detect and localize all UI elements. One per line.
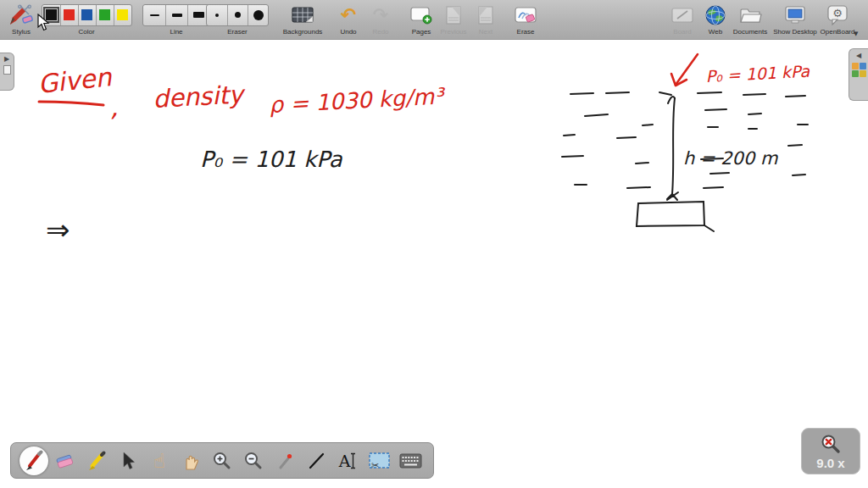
eraser-group: Eraser bbox=[206, 3, 269, 36]
web-label: Web bbox=[709, 28, 722, 36]
show-desktop-label: Show Desktop bbox=[773, 28, 817, 36]
pointing-hand-icon: ☝ bbox=[153, 450, 165, 472]
backgrounds-icon bbox=[291, 3, 314, 26]
svg-text:⚙: ⚙ bbox=[832, 7, 843, 19]
eraser-large-button[interactable] bbox=[248, 5, 268, 25]
line-icon bbox=[306, 451, 326, 471]
color-label: Color bbox=[78, 28, 94, 36]
redo-label: Redo bbox=[372, 28, 388, 36]
highlighter-tool[interactable] bbox=[82, 446, 111, 475]
play-interact-tool[interactable]: ☝ bbox=[145, 446, 174, 475]
left-tab-page-icon bbox=[3, 65, 11, 75]
next-page-button[interactable]: Next bbox=[468, 3, 504, 36]
whiteboard-canvas[interactable] bbox=[0, 41, 868, 488]
text-tool-a-icon: A bbox=[339, 452, 351, 470]
zoom-out-icon bbox=[243, 451, 264, 471]
previous-page-icon bbox=[444, 3, 463, 26]
erase-page-button[interactable]: Erase bbox=[506, 3, 545, 36]
library-mini-icons bbox=[852, 63, 866, 77]
color-swatch-yellow[interactable] bbox=[114, 5, 131, 25]
pages-icon bbox=[409, 3, 433, 26]
next-page-icon bbox=[476, 3, 495, 26]
zoom-cancel-icon bbox=[820, 433, 842, 455]
laser-pointer-icon bbox=[275, 451, 295, 471]
line-thin-button[interactable] bbox=[143, 5, 165, 25]
undo-button[interactable]: ↶ Undo bbox=[331, 3, 365, 36]
color-swatch-green[interactable] bbox=[96, 5, 114, 25]
line-tool[interactable] bbox=[302, 446, 331, 475]
backgrounds-button[interactable]: Backgrounds bbox=[275, 3, 331, 36]
zoom-in-tool[interactable] bbox=[208, 446, 236, 475]
pen-icon bbox=[23, 450, 45, 472]
capture-icon: ✂ bbox=[368, 452, 391, 470]
board-mode-icon bbox=[670, 3, 694, 26]
documents-folder-icon bbox=[738, 3, 762, 26]
zoom-reset-button[interactable]: 9.0 x bbox=[801, 428, 860, 474]
eraser-icon bbox=[54, 450, 76, 472]
selector-tool[interactable] bbox=[114, 446, 142, 475]
backgrounds-label: Backgrounds bbox=[283, 28, 323, 36]
erase-label: Erase bbox=[517, 28, 535, 36]
board-mode-button[interactable]: Board bbox=[663, 3, 702, 36]
right-tab-arrow-icon: ◀ bbox=[856, 53, 861, 59]
highlighter-icon bbox=[86, 450, 108, 472]
stylus-label: Stylus bbox=[12, 28, 31, 36]
erase-page-icon bbox=[514, 3, 537, 26]
next-label: Next bbox=[479, 28, 492, 36]
openboard-window: Stylus bbox=[0, 0, 868, 488]
text-cursor-icon bbox=[350, 452, 356, 469]
openboard-label: OpenBoard bbox=[821, 28, 855, 36]
openboard-menu-dropdown-icon[interactable]: ▼ bbox=[854, 30, 858, 37]
capture-tool[interactable]: ✂ bbox=[364, 446, 393, 475]
zoom-level-value: 9.0 x bbox=[816, 456, 844, 470]
line-medium-button[interactable] bbox=[165, 5, 187, 25]
documents-label: Documents bbox=[733, 28, 767, 36]
zoom-out-tool[interactable] bbox=[239, 446, 268, 475]
color-group: Color bbox=[40, 3, 133, 36]
swatch-yellow bbox=[117, 9, 128, 20]
redo-button[interactable]: ↷ Redo bbox=[364, 3, 398, 36]
color-swatch-blue[interactable] bbox=[78, 5, 96, 25]
svg-text:✂: ✂ bbox=[371, 460, 379, 470]
pen-tool[interactable] bbox=[19, 446, 48, 475]
swatch-blue bbox=[81, 9, 92, 20]
virtual-keyboard-tool[interactable] bbox=[396, 446, 425, 475]
open-hand-icon bbox=[181, 451, 201, 471]
eraser-small-button[interactable] bbox=[207, 5, 227, 25]
stylus-icon bbox=[8, 3, 34, 26]
show-desktop-icon bbox=[783, 3, 807, 26]
swatch-red bbox=[64, 9, 75, 20]
laser-pointer-tool[interactable] bbox=[270, 446, 299, 475]
openboard-gear-icon: ⚙ bbox=[826, 3, 849, 26]
left-tab-arrow-icon: ▶ bbox=[4, 56, 9, 63]
line-group: Line bbox=[141, 3, 212, 36]
pages-label: Pages bbox=[412, 28, 431, 36]
eraser-label: Eraser bbox=[227, 28, 248, 36]
text-tool[interactable]: A bbox=[333, 446, 362, 475]
hand-pan-tool[interactable] bbox=[176, 446, 205, 475]
redo-icon: ↷ bbox=[373, 6, 388, 25]
top-toolbar: Stylus bbox=[0, 0, 868, 40]
keyboard-icon bbox=[399, 453, 422, 469]
selector-arrow-icon bbox=[119, 451, 137, 471]
board-label: Board bbox=[673, 28, 691, 36]
left-drawer-tab[interactable]: ▶ bbox=[0, 53, 14, 91]
tool-palette: ☝ bbox=[10, 442, 434, 479]
eraser-medium-button[interactable] bbox=[227, 5, 248, 25]
undo-icon: ↶ bbox=[341, 6, 356, 25]
eraser-tool[interactable] bbox=[51, 446, 80, 475]
undo-label: Undo bbox=[340, 28, 356, 36]
mouse-cursor bbox=[37, 14, 51, 32]
zoom-in-icon bbox=[212, 451, 232, 471]
stylus-button[interactable]: Stylus bbox=[2, 3, 41, 36]
swatch-green bbox=[99, 9, 110, 20]
color-swatches bbox=[42, 4, 132, 26]
color-swatch-red[interactable] bbox=[60, 5, 78, 25]
library-drawer-tab[interactable]: ◀ bbox=[849, 48, 868, 101]
previous-label: Previous bbox=[440, 28, 466, 36]
line-label: Line bbox=[170, 28, 182, 36]
